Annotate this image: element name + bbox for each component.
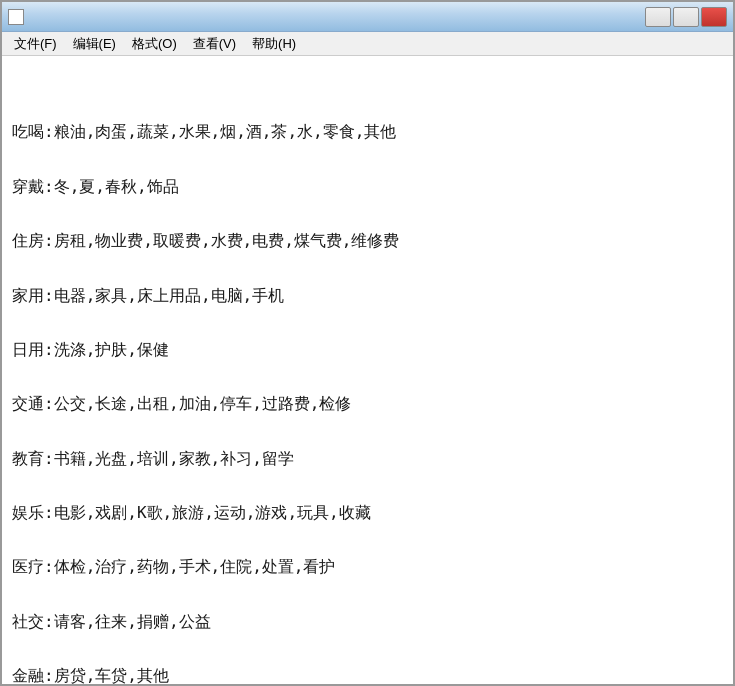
text-line: 医疗:体检,治疗,药物,手术,住院,处置,看护 [12,553,723,580]
line-text: 吃喝:粮油,肉蛋,蔬菜,水果,烟,酒,茶,水,零食,其他 [12,122,396,141]
menu-item-编辑(E)[interactable]: 编辑(E) [65,33,124,55]
line-text: 娱乐:电影,戏剧,K歌,旅游,运动,游戏,玩具,收藏 [12,503,371,522]
menu-item-帮助(H)[interactable]: 帮助(H) [244,33,304,55]
menu-item-查看(V)[interactable]: 查看(V) [185,33,244,55]
text-editor[interactable]: 吃喝:粮油,肉蛋,蔬菜,水果,烟,酒,茶,水,零食,其他 穿戴:冬,夏,春秋,饰… [2,56,733,684]
text-line: 吃喝:粮油,肉蛋,蔬菜,水果,烟,酒,茶,水,零食,其他 [12,118,723,145]
line-text: 日用:洗涤,护肤,保健 [12,340,169,359]
line-text: 教育:书籍,光盘,培训,家教,补习,留学 [12,449,294,468]
menu-item-文件(F)[interactable]: 文件(F) [6,33,65,55]
text-line: 社交:请客,往来,捐赠,公益 [12,608,723,635]
title-bar [2,2,733,32]
menu-bar: 文件(F)编辑(E)格式(O)查看(V)帮助(H) [2,32,733,56]
line-text: 交通:公交,长途,出租,加油,停车,过路费,检修 [12,394,351,413]
line-text: 社交:请客,往来,捐赠,公益 [12,612,211,631]
text-line: 教育:书籍,光盘,培训,家教,补习,留学 [12,445,723,472]
menu-item-格式(O)[interactable]: 格式(O) [124,33,185,55]
app-icon [8,9,24,25]
text-line: 穿戴:冬,夏,春秋,饰品 [12,173,723,200]
line-text: 医疗:体检,治疗,药物,手术,住院,处置,看护 [12,557,335,576]
text-line: 家用:电器,家具,床上用品,电脑,手机 [12,282,723,309]
text-line: 交通:公交,长途,出租,加油,停车,过路费,检修 [12,390,723,417]
text-line: 住房:房租,物业费,取暖费,水费,电费,煤气费,维修费 [12,227,723,254]
close-button[interactable] [701,7,727,27]
text-line: 日用:洗涤,护肤,保健 [12,336,723,363]
notepad-window: 文件(F)编辑(E)格式(O)查看(V)帮助(H) 吃喝:粮油,肉蛋,蔬菜,水果… [0,0,735,686]
line-text: 住房:房租,物业费,取暖费,水费,电费,煤气费,维修费 [12,231,399,250]
content-area: 吃喝:粮油,肉蛋,蔬菜,水果,烟,酒,茶,水,零食,其他 穿戴:冬,夏,春秋,饰… [2,56,733,684]
text-line: 金融:房贷,车贷,其他 [12,662,723,684]
text-line: 娱乐:电影,戏剧,K歌,旅游,运动,游戏,玩具,收藏 [12,499,723,526]
line-text: 家用:电器,家具,床上用品,电脑,手机 [12,286,284,305]
minimize-button[interactable] [645,7,671,27]
window-controls [645,7,727,27]
line-text: 穿戴:冬,夏,春秋,饰品 [12,177,179,196]
line-text: 金融:房贷,车贷,其他 [12,666,169,684]
maximize-button[interactable] [673,7,699,27]
